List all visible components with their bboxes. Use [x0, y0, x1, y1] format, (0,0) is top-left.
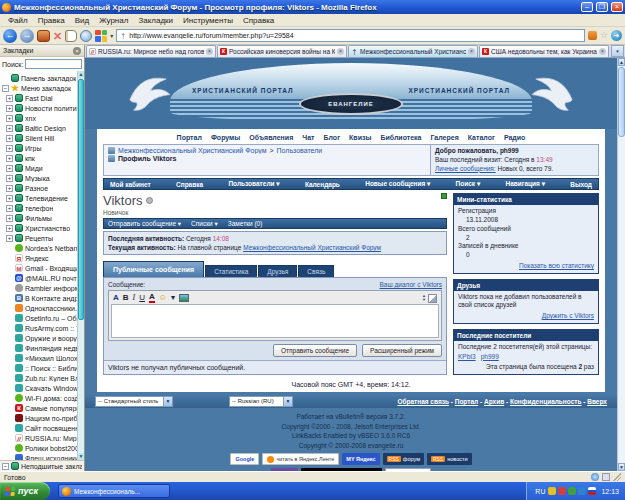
expander-icon[interactable]: + [6, 175, 13, 182]
message-textarea[interactable] [111, 304, 439, 338]
topnav-link[interactable]: Библиотека [380, 134, 421, 141]
bookmark-item[interactable]: Финляндия недв... [0, 343, 77, 353]
site-logo[interactable]: ЕВАНГЕЛИЕ [299, 93, 403, 115]
tray-messenger-icon[interactable] [558, 487, 566, 495]
bookmark-item[interactable]: RUSSIA.ru: Мирно... [0, 433, 77, 443]
profile-action[interactable]: Отправить сообщение ▾ [108, 220, 181, 228]
advanced-mode-button[interactable]: Расширенный режим [362, 344, 442, 357]
language-select[interactable]: -- Russian (RU) ▼ [229, 396, 293, 407]
navbar-item[interactable]: Выход [570, 181, 592, 188]
bookmark-item[interactable]: +телефон [0, 203, 77, 213]
navbar-item[interactable]: Календарь [305, 181, 340, 188]
google-banner[interactable]: Google [230, 453, 259, 465]
bookmark-item[interactable]: Gmail - Входящие [0, 263, 77, 273]
browser-tab[interactable]: RUSSIA.ru: Мирное небо над головой× [86, 45, 216, 57]
topnav-link[interactable]: Портал [177, 134, 202, 141]
yandex-lenta-banner[interactable]: читать в Яндекс.Ленте [262, 453, 339, 465]
visitor-link[interactable]: KPbI3 [458, 353, 476, 362]
expander-icon[interactable]: + [6, 215, 13, 222]
topnav-link[interactable]: Галерея [430, 134, 458, 141]
expander-icon[interactable]: + [6, 205, 13, 212]
footer-nav-link[interactable]: Вверх [587, 398, 607, 405]
url-text[interactable]: http://www.evangelie.ru/forum/member.php… [129, 32, 582, 39]
bookmark-item[interactable]: Яндекс [0, 253, 77, 263]
bookmark-item[interactable]: Флеш исходники ... [0, 453, 77, 460]
profile-tab[interactable]: Друзья [258, 265, 297, 277]
profile-tab[interactable]: Статистика [205, 265, 257, 277]
bookmark-item[interactable]: +Музыка [0, 173, 77, 183]
bookmark-item[interactable]: Ролики bobst2005... [0, 443, 77, 453]
tab-close-icon[interactable]: × [337, 48, 344, 55]
url-bar[interactable]: † http://www.evangelie.ru/forum/member.p… [116, 29, 585, 42]
rss-icon[interactable] [588, 31, 597, 40]
tray-agent-icon[interactable] [568, 487, 576, 495]
speeddial-grid-icon[interactable] [95, 30, 107, 42]
restore-button[interactable]: ❐ [596, 2, 608, 12]
tray-update-icon[interactable] [578, 487, 586, 495]
expander-icon[interactable]: + [6, 185, 13, 192]
bookmark-item[interactable]: −Меню закладок [0, 83, 77, 93]
status-addon-icon[interactable] [602, 473, 610, 481]
bookmark-item[interactable]: Панель закладок [0, 73, 77, 83]
menu-item[interactable]: Справка [238, 16, 279, 25]
dialog-link[interactable]: Ваш диалог с Viktors [380, 281, 442, 288]
smilies-icon[interactable]: ☺ [159, 293, 167, 303]
status-clock-icon[interactable] [591, 473, 599, 481]
topnav-link[interactable]: Радио [504, 134, 526, 141]
menu-item[interactable]: Закладки [133, 16, 178, 25]
go-button[interactable]: ➜ [611, 30, 622, 41]
bookmark-item[interactable]: +Фильмы [0, 213, 77, 223]
bookmark-item[interactable]: Zub.ru: Кулен Вл... [0, 373, 77, 383]
bookmark-item[interactable]: Wi-Fi дома: созда... [0, 393, 77, 403]
topnav-link[interactable]: Форумы [211, 134, 240, 141]
bookmark-item[interactable]: +Телевидение [0, 193, 77, 203]
forward-button[interactable]: → [20, 29, 34, 43]
bookmark-item[interactable]: Сайт посвященн... [0, 423, 77, 433]
breadcrumb-root-link[interactable]: Межконфессиональный Христианский Форум [118, 147, 266, 154]
private-messages-link[interactable]: Личные сообщения: [435, 165, 496, 172]
expander-icon[interactable]: + [6, 125, 13, 132]
my-yandex-banner[interactable]: MY Яндекс [342, 453, 379, 465]
show-all-stats-link[interactable]: Показать всю статистику [458, 262, 594, 271]
bookmark-item[interactable]: +Христианство [0, 223, 77, 233]
select-arrow-icon[interactable]: ▼ [283, 397, 292, 406]
befriend-link[interactable]: Дружить с Viktors [458, 312, 594, 321]
topnav-link[interactable]: Квизы [349, 134, 371, 141]
bookmark-item[interactable]: Nordea's Netbank [0, 243, 77, 253]
scroll-up-icon[interactable]: ▲ [618, 58, 625, 66]
bookmark-item[interactable]: +Рецепты [0, 233, 77, 243]
profile-tab[interactable]: Публичные сообщения [103, 261, 204, 277]
sidebar-scrollbar[interactable]: ▲ ▼ [77, 71, 84, 460]
bookmark-item[interactable]: +Разное [0, 183, 77, 193]
underline-icon[interactable]: U [139, 293, 145, 303]
resize-arrows-icon[interactable]: ▲▼ [422, 294, 426, 302]
style-select[interactable]: -- Стандартный стиль ▼ [95, 396, 173, 407]
close-button[interactable]: × [611, 2, 623, 12]
menu-item[interactable]: Правка [33, 16, 70, 25]
profile-action[interactable]: Списки ▾ [191, 220, 218, 228]
tray-shield-icon[interactable] [548, 487, 556, 495]
color-dropdown-icon[interactable]: ▾ [171, 293, 175, 303]
sidebar-scroll-thumb[interactable] [78, 79, 84, 320]
expander-icon[interactable]: + [6, 165, 13, 172]
italic-icon[interactable]: I [133, 293, 136, 303]
bookmark-item[interactable]: Скачать Windows... [0, 383, 77, 393]
rss-forum-banner[interactable]: форум [383, 453, 424, 465]
tab-close-icon[interactable]: × [599, 48, 606, 55]
navbar-item[interactable]: Навигация ▾ [505, 180, 544, 188]
bookmark-item[interactable]: В Контакте андр... [0, 293, 77, 303]
expander-icon[interactable]: + [6, 105, 13, 112]
sidebar-scroll-up-icon[interactable]: ▲ [78, 71, 84, 78]
fonts-icon[interactable]: A [113, 293, 119, 303]
navbar-item[interactable]: Справка [176, 181, 203, 188]
topnav-link[interactable]: Каталог [468, 134, 495, 141]
expander-icon[interactable]: + [6, 195, 13, 202]
editor-resize-icon[interactable] [428, 294, 437, 303]
bookmark-item[interactable]: Самые популярн... [0, 403, 77, 413]
bookmark-item[interactable]: +Игры [0, 143, 77, 153]
browser-tab[interactable]: Межконфессиональный Христианск...× [348, 45, 478, 57]
scroll-down-icon[interactable]: ▼ [618, 463, 625, 471]
bookmark-item[interactable]: +xnx [0, 113, 77, 123]
bookmark-item[interactable]: +Silent Hill [0, 133, 77, 143]
footer-nav-link[interactable]: Портал [455, 398, 478, 405]
